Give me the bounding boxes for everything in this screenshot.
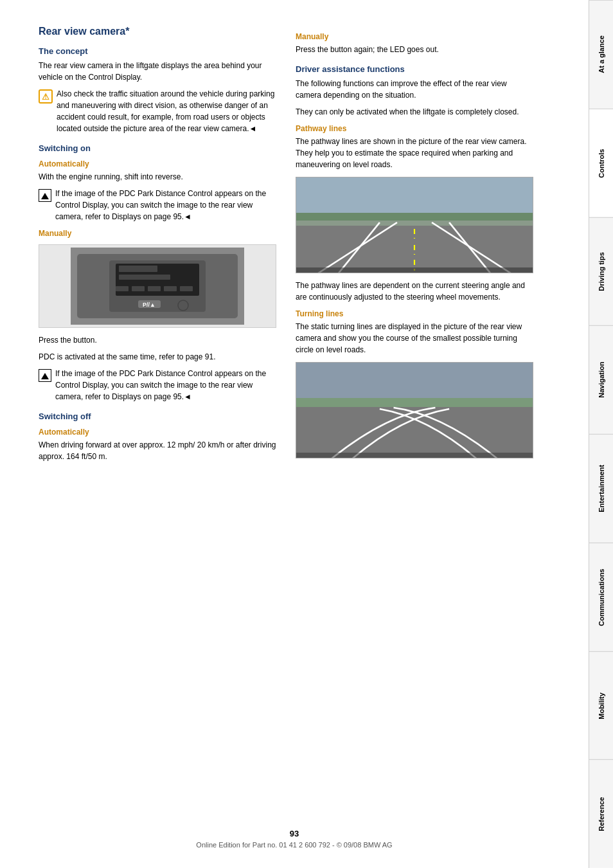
right-column: Manually Press the button again; the LED… [296, 26, 533, 842]
switching-off-heading: Switching off [39, 411, 276, 421]
sidebar-tab-entertainment[interactable]: Entertainment [589, 434, 613, 543]
automatically-on-text: With the engine running, shift into reve… [39, 171, 276, 183]
manually-on-heading: Manually [39, 229, 276, 238]
triangle-shape [41, 193, 49, 199]
svg-rect-25 [296, 267, 533, 273]
svg-rect-17 [296, 213, 533, 221]
pathway-svg [296, 177, 533, 273]
manually-right-text: Press the button again; the LED goes out… [296, 44, 533, 55]
switching-on-heading: Switching on [39, 143, 276, 153]
sidebar-tab-mobility[interactable]: Mobility [589, 651, 613, 760]
turning-svg [296, 363, 533, 458]
note-triangle-icon-2 [39, 369, 51, 382]
sidebar-tab-controls[interactable]: Controls [589, 109, 613, 217]
page-number: 93 [0, 829, 589, 838]
turning-lines-heading: Turning lines [296, 309, 533, 318]
svg-rect-29 [296, 453, 533, 458]
automatically-off-text: When driving forward at over approx. 12 … [39, 439, 276, 462]
note-manually-box: If the image of the PDC Park Distance Co… [39, 368, 276, 402]
page-container: Rear view camera* The concept The rear v… [0, 0, 613, 868]
left-column: Rear view camera* The concept The rear v… [39, 26, 276, 842]
note-triangle-icon [39, 189, 51, 202]
svg-rect-12 [180, 286, 193, 291]
car-svg: P//▲ [71, 248, 244, 325]
driver-assistance-text1: The following functions can improve the … [296, 78, 533, 101]
pathway-lines-image [296, 177, 533, 273]
svg-rect-28 [296, 398, 533, 407]
note-manually-text: If the image of the PDC Park Distance Co… [55, 368, 276, 402]
svg-rect-4 [119, 266, 157, 272]
turning-lines-text: The static turning lines are displayed i… [296, 321, 533, 356]
sidebar-tab-navigation[interactable]: Navigation [589, 325, 613, 434]
pathway-lines-heading: Pathway lines [296, 124, 533, 133]
automatically-on-heading: Automatically [39, 159, 276, 168]
triangle-shape-2 [41, 373, 49, 379]
svg-text:P//▲: P//▲ [143, 302, 155, 308]
page-footer: 93 Online Edition for Part no. 01 41 2 6… [0, 829, 589, 849]
sidebar-tab-communications[interactable]: Communications [589, 543, 613, 651]
note-automatically-text: If the image of the PDC Park Distance Co… [55, 188, 276, 222]
note-automatically-box: If the image of the PDC Park Distance Co… [39, 188, 276, 222]
turning-lines-image [296, 362, 533, 458]
pdc-text: PDC is activated at the same time, refer… [39, 351, 276, 363]
driver-assistance-text2: They can only be activated when the lift… [296, 106, 533, 118]
driver-assistance-heading: Driver assistance functions [296, 64, 533, 74]
manually-right-heading: Manually [296, 32, 533, 41]
automatically-off-heading: Automatically [39, 428, 276, 437]
svg-rect-5 [119, 275, 170, 280]
press-button-text: Press the button. [39, 334, 276, 346]
svg-rect-8 [116, 286, 129, 291]
svg-rect-10 [148, 286, 161, 291]
sidebar: At a glance Controls Driving tips Naviga… [589, 0, 613, 868]
sidebar-tab-at-a-glance[interactable]: At a glance [589, 0, 613, 109]
warning-icon: ⚠ [39, 89, 53, 104]
main-heading: Rear view camera* [39, 26, 276, 37]
pathway-lines-caption: The pathway lines are dependent on the c… [296, 280, 533, 303]
pathway-lines-text: The pathway lines are shown in the pictu… [296, 136, 533, 170]
main-content: Rear view camera* The concept The rear v… [0, 0, 589, 868]
car-dashboard-image: P//▲ [39, 244, 276, 328]
svg-rect-9 [132, 286, 145, 291]
sidebar-tab-driving-tips[interactable]: Driving tips [589, 217, 613, 326]
svg-point-13 [178, 300, 188, 311]
footer-text: Online Edition for Part no. 01 41 2 600 … [196, 841, 392, 849]
sidebar-tab-reference[interactable]: Reference [589, 759, 613, 868]
concept-text: The rear view camera in the liftgate dis… [39, 60, 276, 83]
svg-rect-11 [164, 286, 177, 291]
warning-text: Also check the traffic situation around … [57, 88, 276, 134]
concept-heading: The concept [39, 46, 276, 56]
warning-box: ⚠ Also check the traffic situation aroun… [39, 88, 276, 134]
